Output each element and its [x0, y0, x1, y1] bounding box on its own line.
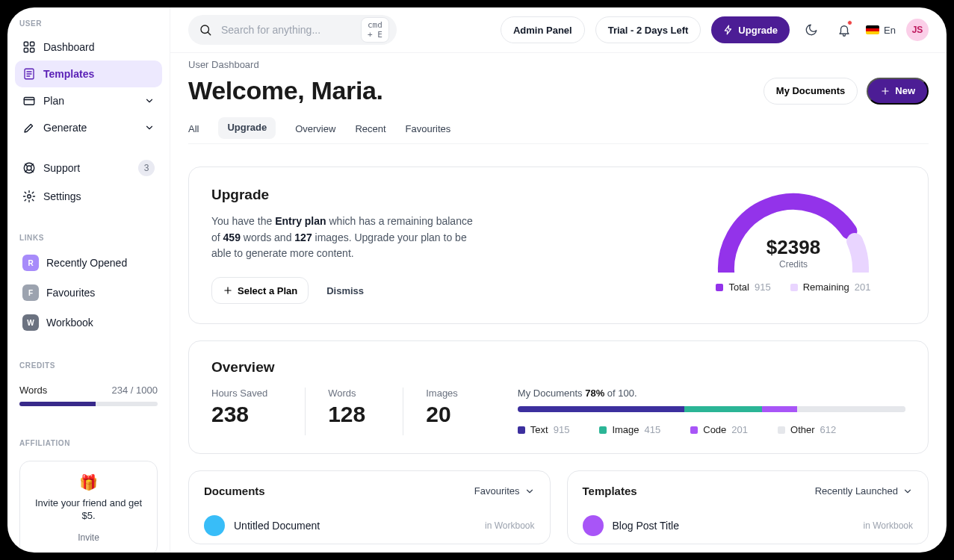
- chevron-down-icon: [144, 122, 155, 133]
- stat-images: Images 20: [403, 388, 495, 435]
- upgrade-card-title: Upgrade: [211, 187, 651, 203]
- tab-favourites[interactable]: Favourites: [406, 117, 451, 143]
- link-icon-w: W: [22, 314, 39, 331]
- search-kbd: cmd + E: [361, 17, 389, 43]
- tab-recent[interactable]: Recent: [355, 117, 385, 143]
- link-icon-r: R: [22, 255, 39, 271]
- tabs: All Upgrade Overview Recent Favourites: [188, 117, 929, 144]
- sidebar-item-generate[interactable]: Generate: [15, 114, 162, 141]
- templates-card: Templates Recently Launched Blog Post Ti…: [567, 470, 929, 544]
- admin-panel-button[interactable]: Admin Panel: [501, 16, 585, 43]
- overview-progress-bar: [518, 406, 905, 412]
- documents-sort-select[interactable]: Favourites: [474, 485, 535, 497]
- overview-card-title: Overview: [211, 359, 905, 376]
- doc-title: Blog Post Title: [613, 520, 680, 532]
- doc-meta: in Workbook: [485, 520, 534, 531]
- legend-item: Other612: [778, 424, 836, 435]
- chevron-down-icon: [524, 486, 535, 497]
- doc-icon: [204, 515, 225, 536]
- svg-point-9: [201, 25, 209, 34]
- svg-rect-5: [24, 98, 34, 105]
- list-item[interactable]: Untitled Document in Workbook: [204, 508, 535, 544]
- credits-label: Credits: [779, 259, 808, 270]
- theme-toggle[interactable]: [800, 19, 823, 41]
- search-input[interactable]: [220, 23, 353, 37]
- bolt-icon: [723, 25, 734, 35]
- sidebar-item-label: Generate: [43, 122, 87, 134]
- templates-card-title: Templates: [583, 485, 637, 497]
- doc-title: Untitled Document: [234, 520, 320, 532]
- legend-item: Text915: [518, 424, 570, 435]
- sidebar-section-links: LINKS: [7, 234, 170, 242]
- notifications-button[interactable]: [833, 19, 855, 41]
- language-switch[interactable]: En: [866, 25, 896, 36]
- overview-legend: Text915Image415Code201Other612: [518, 424, 905, 435]
- pen-icon: [22, 121, 36, 134]
- credits-widget: Words 234 / 1000: [7, 376, 170, 415]
- upgrade-card: Upgrade You have the Entry plan which ha…: [188, 167, 929, 324]
- breadcrumb: User Dashboard: [188, 59, 929, 70]
- doc-meta: in Workbook: [864, 520, 913, 531]
- sidebar-link-recently-opened[interactable]: R Recently Opened: [15, 248, 162, 278]
- moon-icon: [805, 23, 818, 37]
- svg-rect-0: [24, 42, 28, 46]
- tab-all[interactable]: All: [188, 117, 199, 143]
- sidebar-link-workbook[interactable]: W Workbook: [15, 308, 162, 337]
- topbar: cmd + E Admin Panel Trial - 2 Days Left …: [170, 7, 947, 52]
- user-avatar[interactable]: JS: [906, 19, 929, 41]
- credits-amount: $2398: [766, 236, 820, 259]
- search-box[interactable]: cmd + E: [188, 15, 397, 45]
- upgrade-button[interactable]: Upgrade: [711, 16, 790, 43]
- chevron-down-icon: [902, 486, 913, 497]
- overview-progress-caption: My Documents 78% of 100.: [518, 388, 905, 399]
- documents-card-title: Documents: [204, 485, 265, 497]
- legend-item: Image415: [599, 424, 660, 435]
- new-button[interactable]: New: [867, 78, 929, 105]
- sidebar-item-label: Settings: [43, 190, 81, 202]
- doc-icon: [583, 515, 604, 536]
- credits-gauge: $2398 Credits: [711, 187, 876, 273]
- select-plan-button[interactable]: Select a Plan: [211, 277, 309, 304]
- sidebar-item-settings[interactable]: Settings: [15, 183, 162, 210]
- sidebar: USER Dashboard Templates Plan Gener: [7, 7, 170, 553]
- gear-icon: [22, 190, 36, 203]
- sidebar-item-label: Workbook: [46, 317, 93, 329]
- credits-value: 234 / 1000: [112, 385, 158, 396]
- dismiss-button[interactable]: Dismiss: [322, 284, 368, 297]
- svg-rect-1: [31, 42, 34, 46]
- lifebuoy-icon: [22, 161, 36, 175]
- affiliation-card: 🎁 Invite your friend and get $5. Invite: [19, 461, 158, 553]
- trial-pill[interactable]: Trial - 2 Days Left: [595, 16, 701, 43]
- overview-card: Overview Hours Saved 238 Words 128: [188, 340, 929, 454]
- stat-words: Words 128: [305, 388, 403, 435]
- documents-card: Documents Favourites Untitled Document i…: [188, 470, 551, 544]
- invite-button[interactable]: Invite: [73, 532, 104, 544]
- search-icon: [199, 23, 212, 37]
- svg-rect-3: [31, 49, 34, 52]
- sidebar-item-support[interactable]: Support 3: [15, 153, 162, 183]
- sidebar-item-plan[interactable]: Plan: [15, 87, 162, 114]
- my-documents-button[interactable]: My Documents: [763, 78, 858, 105]
- tab-overview[interactable]: Overview: [295, 117, 335, 143]
- plus-icon: [880, 86, 890, 96]
- wallet-icon: [22, 94, 36, 108]
- sidebar-item-label: Plan: [43, 95, 64, 107]
- sidebar-link-favourites[interactable]: F Favourites: [15, 278, 162, 308]
- sidebar-item-label: Dashboard: [43, 41, 95, 53]
- templates-sort-select[interactable]: Recently Launched: [815, 485, 913, 497]
- affiliation-text: Invite your friend and get $5.: [29, 497, 148, 523]
- link-icon-f: F: [22, 284, 39, 301]
- support-count-badge: 3: [138, 160, 155, 176]
- legend-total: Total 915: [716, 281, 770, 293]
- svg-rect-2: [24, 49, 28, 52]
- plus-icon: [223, 285, 233, 296]
- list-item[interactable]: Blog Post Title in Workbook: [583, 508, 914, 544]
- tab-upgrade[interactable]: Upgrade: [218, 117, 276, 139]
- sidebar-section-user: USER: [7, 19, 170, 28]
- upgrade-card-text: You have the Entry plan which has a rema…: [211, 214, 480, 262]
- sidebar-item-dashboard[interactable]: Dashboard: [15, 34, 162, 60]
- credits-label: Words: [19, 385, 47, 396]
- svg-point-7: [27, 166, 31, 170]
- sidebar-item-templates[interactable]: Templates: [15, 60, 162, 87]
- legend-item: Code201: [690, 424, 748, 435]
